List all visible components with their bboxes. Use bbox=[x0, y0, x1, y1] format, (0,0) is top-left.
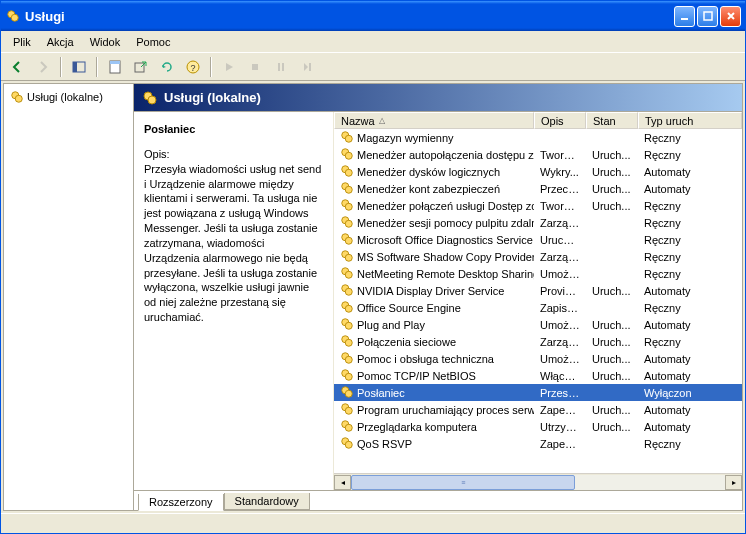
scroll-right-button[interactable]: ▸ bbox=[725, 475, 742, 490]
maximize-button[interactable] bbox=[697, 6, 718, 27]
cell-name: Menedżer dysków logicznych bbox=[334, 164, 534, 180]
service-name-text: Przeglądarka komputera bbox=[357, 421, 477, 433]
service-row[interactable]: Menedżer autopołączenia dostępu zd...Two… bbox=[334, 146, 742, 163]
cell-status: Uruch... bbox=[586, 200, 638, 212]
cell-description: Umożli... bbox=[534, 268, 586, 280]
app-window: Usługi Plik Akcja Widok Pomoc ? Us bbox=[0, 0, 746, 534]
service-icon bbox=[340, 402, 354, 418]
svg-point-54 bbox=[345, 424, 352, 431]
cell-type: Ręczny bbox=[638, 217, 742, 229]
service-row[interactable]: PosłaniecPrzesył...Wyłączon bbox=[334, 384, 742, 401]
content-area: Usługi (lokalne) Usługi (lokalne) Posłan… bbox=[3, 83, 743, 511]
cell-description: Przesył... bbox=[534, 387, 586, 399]
svg-point-32 bbox=[345, 237, 352, 244]
list-rows[interactable]: Magazyn wymiennyRęcznyMenedżer autopołąc… bbox=[334, 129, 742, 473]
pause-button bbox=[269, 55, 293, 79]
svg-point-22 bbox=[345, 152, 352, 159]
cell-type: Automaty bbox=[638, 404, 742, 416]
svg-point-30 bbox=[345, 220, 352, 227]
service-row[interactable]: Menedżer połączeń usługi Dostęp zda...Tw… bbox=[334, 197, 742, 214]
back-button[interactable] bbox=[5, 55, 29, 79]
cell-description: Zarząd... bbox=[534, 251, 586, 263]
scroll-track[interactable]: ≡ bbox=[351, 475, 725, 490]
tab-extended[interactable]: Rozszerzony bbox=[138, 494, 224, 511]
show-hide-tree-button[interactable] bbox=[67, 55, 91, 79]
svg-point-42 bbox=[345, 322, 352, 329]
service-row[interactable]: Pomoc i obsługa technicznaUmożli...Uruch… bbox=[334, 350, 742, 367]
menu-view[interactable]: Widok bbox=[82, 34, 129, 50]
service-row[interactable]: Pomoc TCP/IP NetBIOSWłącza...Uruch...Aut… bbox=[334, 367, 742, 384]
cell-description: Przech... bbox=[534, 183, 586, 195]
service-row[interactable]: Plug and PlayUmożli...Uruch...Automaty bbox=[334, 316, 742, 333]
menu-help[interactable]: Pomoc bbox=[128, 34, 178, 50]
column-name[interactable]: Nazwa △ bbox=[334, 112, 534, 129]
service-icon bbox=[340, 334, 354, 350]
cell-name: Office Source Engine bbox=[334, 300, 534, 316]
service-row[interactable]: Menedżer dysków logicznychWykry...Uruch.… bbox=[334, 163, 742, 180]
main-pane: Usługi (lokalne) Posłaniec Opis: Przesył… bbox=[134, 84, 742, 510]
column-description[interactable]: Opis bbox=[534, 112, 586, 129]
cell-name: Przeglądarka komputera bbox=[334, 419, 534, 435]
service-row[interactable]: Menedżer kont zabezpieczeńPrzech...Uruch… bbox=[334, 180, 742, 197]
refresh-button[interactable] bbox=[155, 55, 179, 79]
cell-status: Uruch... bbox=[586, 166, 638, 178]
cell-name: Pomoc i obsługa techniczna bbox=[334, 351, 534, 367]
minimize-button[interactable] bbox=[674, 6, 695, 27]
service-name-text: Microsoft Office Diagnostics Service bbox=[357, 234, 533, 246]
cell-status: Uruch... bbox=[586, 370, 638, 382]
service-row[interactable]: Program uruchamiający proces serwe...Zap… bbox=[334, 401, 742, 418]
menu-action[interactable]: Akcja bbox=[39, 34, 82, 50]
tab-standard[interactable]: Standardowy bbox=[224, 493, 310, 510]
service-name-text: Pomoc TCP/IP NetBIOS bbox=[357, 370, 476, 382]
service-icon bbox=[340, 368, 354, 384]
body-area: Posłaniec Opis: Przesyła wiadomości usłu… bbox=[134, 112, 742, 490]
cell-name: Menedżer kont zabezpieczeń bbox=[334, 181, 534, 197]
service-icon bbox=[340, 436, 354, 452]
description-text: Przesyła wiadomości usług net send i Urz… bbox=[144, 163, 321, 323]
service-row[interactable]: MS Software Shadow Copy ProviderZarząd..… bbox=[334, 248, 742, 265]
cell-description: Zapisuj... bbox=[534, 302, 586, 314]
service-row[interactable]: Office Source EngineZapisuj...Ręczny bbox=[334, 299, 742, 316]
svg-point-26 bbox=[345, 186, 352, 193]
service-row[interactable]: NetMeeting Remote Desktop SharingUmożli.… bbox=[334, 265, 742, 282]
cell-description: Provide... bbox=[534, 285, 586, 297]
svg-point-52 bbox=[345, 407, 352, 414]
tree-item-services-local[interactable]: Usługi (lokalne) bbox=[8, 88, 129, 106]
column-startup-type[interactable]: Typ uruch bbox=[638, 112, 742, 129]
cell-status: Uruch... bbox=[586, 149, 638, 161]
export-list-button[interactable] bbox=[129, 55, 153, 79]
cell-name: Microsoft Office Diagnostics Service bbox=[334, 232, 534, 248]
cell-name: MS Software Shadow Copy Provider bbox=[334, 249, 534, 265]
cell-status: Uruch... bbox=[586, 421, 638, 433]
service-name-text: Program uruchamiający proces serwe... bbox=[357, 404, 534, 416]
menu-file[interactable]: Plik bbox=[5, 34, 39, 50]
cell-type: Automaty bbox=[638, 421, 742, 433]
scroll-left-button[interactable]: ◂ bbox=[334, 475, 351, 490]
service-row[interactable]: QoS RSVPZapew...Ręczny bbox=[334, 435, 742, 452]
cell-description: Tworzy... bbox=[534, 200, 586, 212]
tree-pane[interactable]: Usługi (lokalne) bbox=[4, 84, 134, 510]
cell-description: Urucho... bbox=[534, 234, 586, 246]
column-status[interactable]: Stan bbox=[586, 112, 638, 129]
service-icon bbox=[340, 198, 354, 214]
service-row[interactable]: Przeglądarka komputeraUtrzym...Uruch...A… bbox=[334, 418, 742, 435]
horizontal-scrollbar[interactable]: ◂ ≡ ▸ bbox=[334, 473, 742, 490]
titlebar[interactable]: Usługi bbox=[1, 1, 745, 31]
service-row[interactable]: Magazyn wymiennyRęczny bbox=[334, 129, 742, 146]
description-label: Opis: bbox=[144, 147, 323, 162]
service-name-text: Office Source Engine bbox=[357, 302, 461, 314]
cell-type: Wyłączon bbox=[638, 387, 742, 399]
service-icon bbox=[340, 283, 354, 299]
cell-description: Tworzy... bbox=[534, 149, 586, 161]
close-button[interactable] bbox=[720, 6, 741, 27]
service-row[interactable]: Menedżer sesji pomocy pulpitu zdalnegoZa… bbox=[334, 214, 742, 231]
scroll-thumb[interactable]: ≡ bbox=[351, 475, 575, 490]
service-row[interactable]: Połączenia siecioweZarząd...Uruch...Ręcz… bbox=[334, 333, 742, 350]
help-button[interactable]: ? bbox=[181, 55, 205, 79]
properties-button[interactable] bbox=[103, 55, 127, 79]
pane-title: Usługi (lokalne) bbox=[164, 90, 261, 105]
service-row[interactable]: Microsoft Office Diagnostics ServiceUruc… bbox=[334, 231, 742, 248]
cell-type: Ręczny bbox=[638, 336, 742, 348]
service-row[interactable]: NVIDIA Display Driver ServiceProvide...U… bbox=[334, 282, 742, 299]
cell-description: Umożli... bbox=[534, 353, 586, 365]
